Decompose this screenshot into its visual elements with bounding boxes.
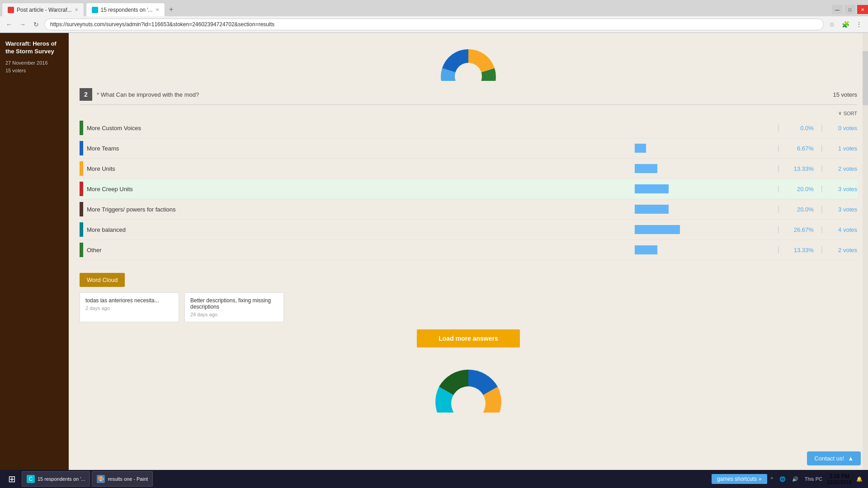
load-more-button[interactable]: Load more answers <box>417 329 520 347</box>
bookmark-icon[interactable]: ☆ <box>826 19 837 30</box>
bar-fill-4 <box>635 184 669 193</box>
forward-button[interactable]: → <box>17 19 28 30</box>
answer-color-bar-2 <box>80 141 83 155</box>
answer-card-1: todas las anteriores necesita... 2 days … <box>80 292 179 322</box>
scroll-thumb[interactable] <box>863 51 868 105</box>
question-block-2: 2 * What Can be improved with the mod? 1… <box>80 88 857 260</box>
answer-label-1: More Custom Voices <box>87 125 635 131</box>
paint-taskbar-icon: 🎨 <box>97 475 105 483</box>
sort-button[interactable]: ∨ SORT <box>838 110 857 116</box>
votes-2: 1 votes <box>830 145 857 152</box>
question-voters: 15 voters <box>833 91 857 98</box>
pct-3: 13.33% <box>787 165 814 172</box>
votes-7: 2 votes <box>830 247 857 253</box>
question-left: 2 * What Can be improved with the mod? <box>80 88 199 101</box>
tab2-label: 15 respondents on '... <box>101 7 153 13</box>
pct-4: 20.0% <box>787 186 814 192</box>
sep3: | <box>778 164 779 173</box>
sep5b: | <box>821 205 823 213</box>
sidebar-title: Warcraft: Heros of the Storm Survey <box>5 40 63 56</box>
answer-card-text-2: Better descriptions, fixing missing desc… <box>190 297 278 310</box>
bar-container-7 <box>635 244 770 255</box>
question-header: 2 * What Can be improved with the mod? 1… <box>80 88 857 105</box>
taskbar-browser-label: 15 respondents on '... <box>38 476 85 482</box>
sep3b: | <box>821 164 823 173</box>
answer-row: More Triggers/ powers for factions | 20.… <box>80 199 857 220</box>
pie-chart-bottom <box>80 358 857 413</box>
votes-1: 0 votes <box>830 125 857 131</box>
maximize-button[interactable]: □ <box>844 5 855 14</box>
back-button[interactable]: ← <box>4 19 14 30</box>
menu-icon[interactable]: ⋮ <box>854 19 864 30</box>
extensions-icon[interactable]: 🧩 <box>840 19 851 30</box>
contact-us-label: Contact us! <box>814 455 844 462</box>
windows-logo-icon: ⊞ <box>8 474 16 484</box>
network-icon[interactable]: 🌐 <box>778 475 788 483</box>
tab-bar: Post article - Warcraf... ✕ 15 responden… <box>0 0 868 16</box>
bar-fill-5 <box>635 205 669 214</box>
question-text: * What Can be improved with the mod? <box>97 91 199 98</box>
answer-row: Other | 13.33% | 2 votes <box>80 240 857 260</box>
pct-6: 26.67% <box>787 226 814 233</box>
answer-color-bar-7 <box>80 243 83 257</box>
notifications-icon[interactable]: 🔔 <box>854 475 864 483</box>
load-more-area: Load more answers <box>80 329 857 347</box>
games-shortcuts-button[interactable]: games shortcuts » <box>712 474 767 484</box>
bar-fill-7 <box>635 245 657 254</box>
this-pc-label: This PC <box>803 475 824 483</box>
volume-icon[interactable]: 🔊 <box>790 475 800 483</box>
bar-container-2 <box>635 143 770 154</box>
tab2-close[interactable]: ✕ <box>156 7 159 12</box>
sort-label: SORT <box>844 111 857 116</box>
votes-4: 3 votes <box>830 186 857 192</box>
sep2: | <box>778 144 779 152</box>
tab2-favicon <box>92 7 98 13</box>
sep6: | <box>778 225 779 234</box>
start-button[interactable]: ⊞ <box>4 471 20 487</box>
main-layout: Warcraft: Heros of the Storm Survey 27 N… <box>0 33 868 470</box>
close-button[interactable]: ✕ <box>857 5 868 14</box>
bar-container-6 <box>635 224 770 235</box>
pct-2: 6.67% <box>787 145 814 152</box>
sep7: | <box>778 246 779 254</box>
contact-us-button[interactable]: Contact us! ▲ <box>807 451 861 465</box>
minimize-button[interactable]: — <box>832 5 843 14</box>
content-area: 2 * What Can be improved with the mod? 1… <box>69 33 868 470</box>
tab-2[interactable]: 15 respondents on '... ✕ <box>86 3 165 16</box>
taskbar-item-browser[interactable]: C 15 respondents on '... <box>22 471 90 487</box>
sidebar: Warcraft: Heros of the Storm Survey 27 N… <box>0 33 69 470</box>
sidebar-date: 27 November 2016 <box>5 59 63 67</box>
taskbar: ⊞ C 15 respondents on '... 🎨 results one… <box>0 470 868 488</box>
answer-color-bar-5 <box>80 202 83 216</box>
new-tab-button[interactable]: + <box>165 3 178 16</box>
answer-label-7: Other <box>87 247 635 253</box>
answer-label-6: More balanced <box>87 226 635 233</box>
answer-card-2: Better descriptions, fixing missing desc… <box>184 292 284 322</box>
votes-5: 3 votes <box>830 206 857 213</box>
tab-1[interactable]: Post article - Warcraf... ✕ <box>2 3 84 16</box>
answer-row: More Teams | 6.67% | 1 votes <box>80 138 857 159</box>
answer-color-bar-6 <box>80 222 83 237</box>
sort-chevron-icon: ∨ <box>838 110 842 116</box>
sep5: | <box>778 205 779 213</box>
sep4: | <box>778 185 779 193</box>
sep6b: | <box>821 225 823 234</box>
taskbar-item-paint[interactable]: 🎨 results one - Paint <box>92 471 153 487</box>
browser-taskbar-icon: C <box>27 475 35 483</box>
sep2b: | <box>821 144 823 152</box>
refresh-button[interactable]: ↻ <box>31 19 42 30</box>
answer-row: More balanced | 26.67% | 4 votes <box>80 220 857 240</box>
taskbar-clock[interactable]: 3:16 PM 12/22/2016 <box>827 473 852 485</box>
answer-card-text-1: todas las anteriores necesita... <box>85 297 173 304</box>
tab1-favicon <box>8 7 14 13</box>
answer-card-time-1: 2 days ago <box>85 305 173 311</box>
tab1-close[interactable]: ✕ <box>75 7 78 12</box>
word-cloud-button[interactable]: Word Cloud <box>80 273 125 287</box>
browser-chrome: Post article - Warcraf... ✕ 15 responden… <box>0 0 868 33</box>
tab1-label: Post article - Warcraf... <box>17 7 72 13</box>
address-bar[interactable] <box>44 19 824 30</box>
games-shortcuts-arrow-icon: » <box>759 476 762 482</box>
tray-expand-button[interactable]: ^ <box>769 475 775 483</box>
votes-6: 4 votes <box>830 226 857 233</box>
browser-controls: ← → ↻ ☆ 🧩 ⋮ <box>0 16 868 33</box>
